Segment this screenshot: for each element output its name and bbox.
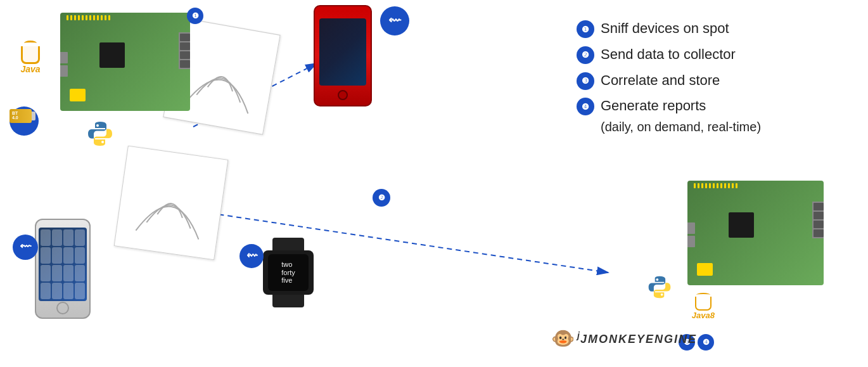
svg-point-4 [96, 124, 99, 127]
raspi-collector-board [687, 181, 824, 285]
step-1-number: ❶ [192, 11, 199, 20]
java8-label: Java8 [692, 311, 715, 320]
bluetooth-watch: ⬳ [239, 244, 264, 268]
bt-symbol-iphone: ⬳ [20, 241, 31, 253]
step-4-number: ❹ [703, 338, 710, 347]
instructions-panel: ❶ Sniff devices on spot ❷ Send data to c… [577, 19, 843, 141]
inst-text-2: Send data to collector [601, 45, 736, 65]
inst-circle-3: ❸ [577, 72, 594, 90]
java-cup-icon [21, 46, 40, 64]
inst-text-3: Correlate and store [601, 71, 720, 91]
svg-point-5 [101, 141, 104, 143]
bluetooth-top-phone: ⬳ [380, 6, 409, 35]
python-icon-collector [646, 274, 673, 300]
raspi-board-top [60, 13, 190, 111]
java-logo-top: Java [11, 38, 49, 76]
python-logo-collector [646, 274, 673, 303]
instruction-2: ❷ Send data to collector [577, 45, 843, 65]
step-circle-1: ❶ [187, 8, 203, 24]
python-logo-top [86, 119, 115, 151]
bt-symbol-top: ⬳ [388, 15, 401, 27]
iphone [35, 219, 91, 319]
java-label: Java [20, 64, 40, 74]
instruction-1: ❶ Sniff devices on spot [577, 19, 843, 39]
smartwatch: two forty five [263, 238, 314, 307]
instruction-4: ❹ Generate reports [577, 96, 843, 116]
python-icon [86, 119, 115, 148]
diagram-container: ❶ Java ⬳ BT4.0 ⬳ [0, 0, 868, 367]
inst-subtext-4: (daily, on demand, real-time) [601, 120, 843, 134]
step-circle-2: ❷ [373, 189, 390, 207]
usb-dongle: BT4.0 [10, 109, 32, 123]
svg-point-6 [656, 278, 659, 281]
signal-waves-bottom [114, 146, 229, 261]
signal-card-bottom [114, 146, 229, 261]
inst-circle-2: ❷ [577, 46, 594, 64]
inst-circle-4: ❹ [577, 98, 594, 115]
inst-text-1: Sniff devices on spot [601, 19, 729, 39]
step-circle-4: ❹ [698, 334, 714, 351]
jmonkeyengine-logo: 🐵 jjMonkeyEngine [551, 327, 697, 349]
android-phone [314, 5, 372, 106]
monkey-icon: 🐵 [551, 327, 575, 349]
instruction-3: ❸ Correlate and store [577, 71, 843, 91]
bt-symbol-watch: ⬳ [246, 251, 257, 262]
inst-circle-1: ❶ [577, 20, 594, 38]
bluetooth-iphone: ⬳ [13, 235, 38, 260]
bt-dongle-group: ⬳ BT4.0 [10, 106, 32, 123]
jme-label: jjMonkeyEngine [577, 330, 697, 346]
java-steam-icon [24, 41, 37, 46]
step-2-number: ❷ [378, 193, 385, 202]
inst-text-4: Generate reports [601, 96, 706, 116]
watch-time: two forty five [281, 261, 295, 285]
svg-point-7 [661, 293, 663, 296]
java8-logo: Java8 [692, 293, 715, 320]
